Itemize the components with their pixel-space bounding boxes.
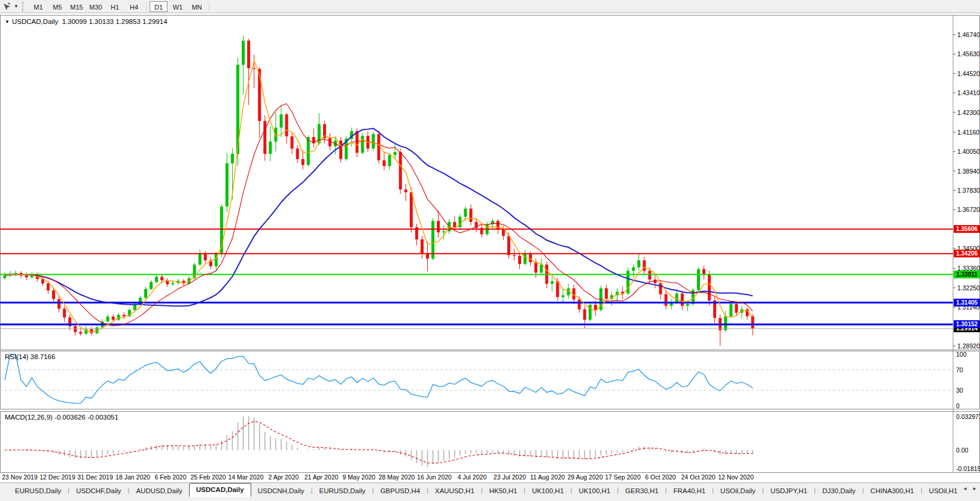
chart-symbol-label: USDCAD,Daily <box>12 18 58 25</box>
price-tick-label: 1.45630 <box>957 50 980 57</box>
hline-badge-1.31405: 1.31405 <box>954 299 980 306</box>
hline-badge-1.33011: 1.33011 <box>954 271 980 278</box>
macd-signal-line <box>5 421 753 463</box>
price-tick-label: 1.28920 <box>957 342 980 350</box>
tab-usoil-daily[interactable]: USOil,Daily <box>714 485 762 497</box>
chart-title: ▼USDCAD,Daily 1.30099 1.30133 1.29853 1.… <box>5 18 168 25</box>
hline-badge-1.34206: 1.34206 <box>954 250 980 257</box>
tabbar-scroll-left[interactable]: ◄ <box>961 484 969 494</box>
macd-axis-label-0.00: 0.00 <box>956 447 968 454</box>
ohlc-low: 1.29853 <box>115 18 141 25</box>
ohlc-high: 1.30133 <box>89 18 114 25</box>
rsi-axis-label-100: 100 <box>956 351 967 358</box>
mt4-terminal: ▼ M1M5M15M30H1H4D1W1MN ▼USDCAD,Daily 1.3… <box>0 0 980 501</box>
tab-eurusd-daily[interactable]: EURUSD,Daily <box>312 485 372 497</box>
tab-eurusd-daily[interactable]: EURUSD,Daily <box>8 485 68 497</box>
macd-axis-label-0.032972: 0.032972 <box>956 413 980 420</box>
price-tick-label: 1.46740 <box>957 31 980 38</box>
tab-usdcnh-daily[interactable]: USDCNH,Daily <box>251 485 311 497</box>
price-tick-label: 1.32250 <box>957 284 980 292</box>
tab-hk50-h1[interactable]: HK50,H1 <box>483 485 524 497</box>
hline-badge-1.35606: 1.35606 <box>954 225 980 233</box>
tabbar-scroll-arrows: ◄► <box>957 484 979 496</box>
tab-usdjpy-h1[interactable]: USDJPY,H1 <box>764 485 814 497</box>
tab-xauusd-h1[interactable]: XAUUSD,H1 <box>428 485 481 497</box>
hline-badge-1.30152: 1.30152 <box>954 320 980 328</box>
price-tick-label: 1.37830 <box>957 187 980 194</box>
price-tick-label: 1.42300 <box>957 109 980 116</box>
tab-usdchf-daily[interactable]: USDCHF,Daily <box>69 485 127 497</box>
macd-label: MACD(12,26,9) -0.003626 -0.003051 <box>5 414 118 421</box>
symbol-tabbar: EURUSD,Daily|USDCHF,Daily|AUDUSD,DailyUS… <box>0 482 980 497</box>
price-tick-label: 1.38940 <box>957 168 980 175</box>
tab-dj30-daily[interactable]: DJ30,Daily <box>815 485 862 497</box>
price-tick-label: 1.43410 <box>957 89 980 96</box>
tab-fra40-h1[interactable]: FRA40,H1 <box>667 485 713 497</box>
price-tick-label: 1.44520 <box>957 70 980 77</box>
macd-axis-label--0.018154: -0.018154 <box>956 465 980 472</box>
tab-audusd-daily[interactable]: AUDUSD,Daily <box>129 485 188 497</box>
symbol-dropdown-icon[interactable]: ▼ <box>5 19 10 25</box>
bottom-strip <box>0 497 980 501</box>
price-tick-label: 1.41160 <box>957 129 980 136</box>
chart-canvas[interactable] <box>0 0 980 501</box>
candles-layer <box>4 35 754 345</box>
tab-usdcad-daily[interactable]: USDCAD,Daily <box>189 483 251 497</box>
tab-uk100-h1[interactable]: UK100,H1 <box>525 485 570 497</box>
date-label: 12 Nov 2020 <box>712 473 760 481</box>
tabbar-scroll-right[interactable]: ► <box>970 484 979 494</box>
price-tick-label: 1.36720 <box>957 206 980 213</box>
rsi-axis-label-0: 0 <box>956 402 960 409</box>
tab-uk100-h1[interactable]: UK100,H1 <box>572 485 617 497</box>
tab-china300-h1[interactable]: CHINA300,H1 <box>864 485 921 497</box>
rsi-label: RSI(14) 38.7166 <box>5 353 55 360</box>
rsi-axis-label-30: 30 <box>956 387 963 394</box>
ohlc-close: 1.29914 <box>142 18 168 25</box>
ohlc-open: 1.30099 <box>62 18 87 25</box>
ma-fast-line <box>5 60 753 332</box>
price-tick-label: 1.40050 <box>957 148 980 155</box>
rsi-line <box>5 354 753 403</box>
macd-histogram <box>5 416 753 467</box>
tab-ger30-h1[interactable]: GER30,H1 <box>619 485 665 497</box>
tab-gbpusd-h4[interactable]: GBPUSD,H4 <box>374 485 427 497</box>
rsi-axis-label-70: 70 <box>956 366 963 374</box>
